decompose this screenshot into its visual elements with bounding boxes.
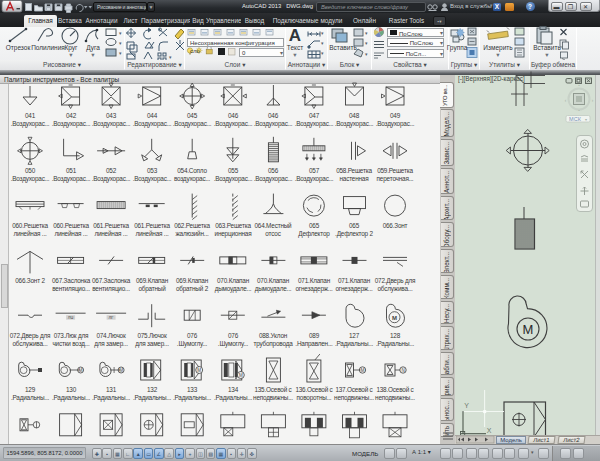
svg-text:▾: ▾: [365, 51, 368, 57]
svg-text:▾: ▾: [365, 40, 368, 46]
svg-text:▾: ▾: [119, 50, 122, 56]
svg-text:▾: ▾: [119, 30, 122, 36]
svg-text:‹: ‹: [565, 98, 567, 103]
svg-text:▾: ▾: [585, 117, 587, 122]
svg-text:›: ›: [592, 98, 594, 103]
svg-text:▾: ▾: [119, 40, 122, 46]
svg-text:МСК: МСК: [569, 116, 582, 122]
svg-text:▾: ▾: [365, 30, 368, 36]
svg-text:ˇ: ˇ: [578, 110, 580, 115]
